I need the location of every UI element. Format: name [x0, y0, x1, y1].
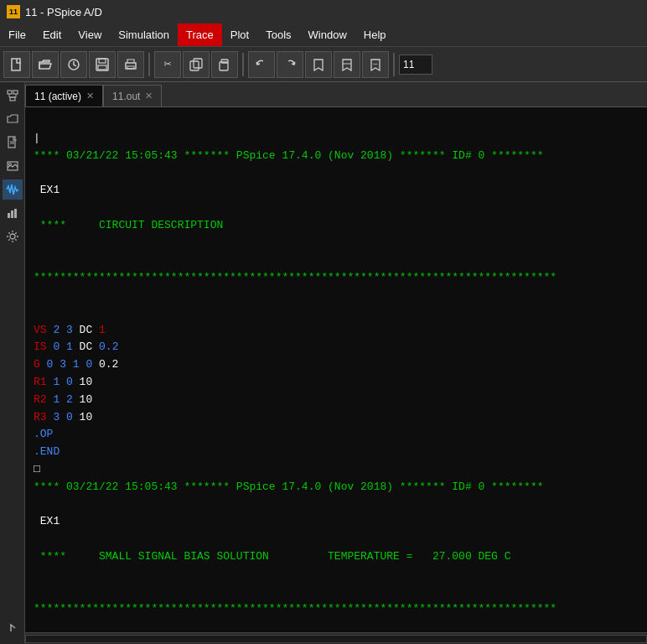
line-vs: VS 2 3 DC 1: [34, 324, 106, 336]
tab-11out[interactable]: 11.out ✕: [103, 85, 162, 106]
tab-bar: 11 (active) ✕ 11.out ✕: [25, 82, 647, 107]
menu-tools[interactable]: Tools: [257, 23, 299, 46]
sidebar-arrow-icon[interactable]: [8, 622, 18, 637]
svg-rect-0: [12, 59, 20, 70]
save-button[interactable]: [89, 51, 116, 78]
tab-11out-close[interactable]: ✕: [145, 91, 153, 101]
sidebar-schematic-icon[interactable]: [3, 86, 23, 106]
horizontal-scrollbar[interactable]: [25, 635, 647, 643]
line-g: G 0 3 1 0 0.2: [34, 358, 118, 371]
svg-rect-10: [221, 60, 228, 63]
sidebar-folder-icon[interactable]: [3, 109, 23, 129]
menu-edit[interactable]: Edit: [34, 23, 70, 46]
line-stars1: ****************************************…: [34, 271, 556, 283]
new-button[interactable]: [3, 51, 30, 78]
paste-button[interactable]: [211, 51, 238, 78]
menu-plot[interactable]: Plot: [222, 23, 257, 46]
editor[interactable]: | **** 03/21/22 15:05:43 ******* PSpice …: [25, 107, 647, 632]
svg-rect-26: [11, 210, 13, 218]
print-button[interactable]: [117, 51, 144, 78]
menu-file[interactable]: File: [0, 23, 34, 46]
svg-rect-13: [8, 91, 12, 94]
left-sidebar: [0, 82, 25, 644]
content-area: 11 (active) ✕ 11.out ✕ | **** 03/21/22 1…: [25, 82, 647, 644]
sidebar-waveform-icon[interactable]: [3, 179, 23, 200]
svg-rect-6: [127, 66, 134, 69]
sep3: [393, 53, 395, 76]
tab-11-active[interactable]: 11 (active) ✕: [25, 85, 103, 106]
line-is: IS 0 1 DC 0.2: [34, 340, 118, 353]
svg-rect-7: [190, 61, 199, 70]
cut-button[interactable]: ✂: [154, 51, 181, 78]
line-ex1-2: EX1: [34, 515, 60, 527]
open-button[interactable]: [32, 51, 59, 78]
line-header1: **** 03/21/22 15:05:43 ******* PSpice 17…: [34, 149, 544, 162]
menu-simulation[interactable]: Simulation: [110, 23, 178, 46]
main-layout: 11 (active) ✕ 11.out ✕ | **** 03/21/22 1…: [0, 82, 647, 644]
tab-11-active-close[interactable]: ✕: [86, 91, 94, 101]
svg-rect-8: [194, 59, 202, 68]
sidebar-image-icon[interactable]: [3, 156, 23, 176]
menu-window[interactable]: Window: [300, 23, 355, 46]
sidebar-settings-icon[interactable]: [3, 226, 23, 247]
line-r3: R3 3 0 10: [34, 411, 92, 423]
redo-button[interactable]: [277, 51, 303, 78]
recent-button[interactable]: [60, 51, 87, 78]
svg-point-28: [10, 234, 15, 239]
line-circuit-desc: **** CIRCUIT DESCRIPTION: [34, 219, 223, 231]
toolbar: ✂ ⋯: [0, 47, 647, 82]
tab-11out-label: 11.out: [112, 91, 140, 102]
bookmark3-button[interactable]: ⋯: [362, 51, 389, 78]
undo-button[interactable]: [248, 51, 275, 78]
svg-point-24: [8, 164, 11, 166]
line-ex1-1: EX1: [34, 184, 60, 196]
cursor-line: |: [34, 132, 40, 144]
menu-view[interactable]: View: [70, 23, 110, 46]
bookmark-button[interactable]: [305, 51, 332, 78]
line-header2: **** 03/21/22 15:05:43 ******* PSpice 17…: [34, 480, 544, 493]
window-title: 11 - PSpice A/D: [25, 6, 102, 18]
sep2: [242, 53, 244, 76]
line-checkbox: □: [34, 463, 40, 475]
svg-rect-4: [98, 65, 106, 70]
copy-button[interactable]: [183, 51, 210, 78]
sidebar-chart-icon[interactable]: [3, 203, 23, 223]
toolbar-input[interactable]: [399, 55, 432, 75]
line-r2: R2 1 2 10: [34, 393, 92, 406]
svg-rect-27: [14, 209, 17, 218]
sidebar-document-icon[interactable]: [3, 132, 23, 153]
line-r1: R1 1 0 10: [34, 376, 92, 388]
line-end: .END: [34, 445, 60, 458]
menu-trace[interactable]: Trace: [178, 23, 222, 46]
line-small-signal: **** SMALL SIGNAL BIAS SOLUTION TEMPERAT…: [34, 550, 511, 563]
app-icon: 11: [7, 5, 20, 18]
tab-11-active-label: 11 (active): [34, 91, 81, 102]
svg-text:⋯: ⋯: [374, 60, 378, 68]
menu-bar: File Edit View Simulation Trace Plot Too…: [0, 23, 647, 47]
line-stars2: ****************************************…: [34, 602, 556, 615]
svg-rect-25: [8, 213, 10, 218]
sep1: [148, 53, 150, 76]
bookmark2-button[interactable]: [334, 51, 360, 78]
title-bar: 11 11 - PSpice A/D: [0, 0, 647, 23]
svg-rect-15: [10, 97, 15, 101]
svg-rect-14: [13, 91, 18, 94]
menu-help[interactable]: Help: [355, 23, 395, 46]
line-op: .OP: [34, 428, 53, 440]
bottom-scrollbar-bar: [25, 632, 647, 644]
